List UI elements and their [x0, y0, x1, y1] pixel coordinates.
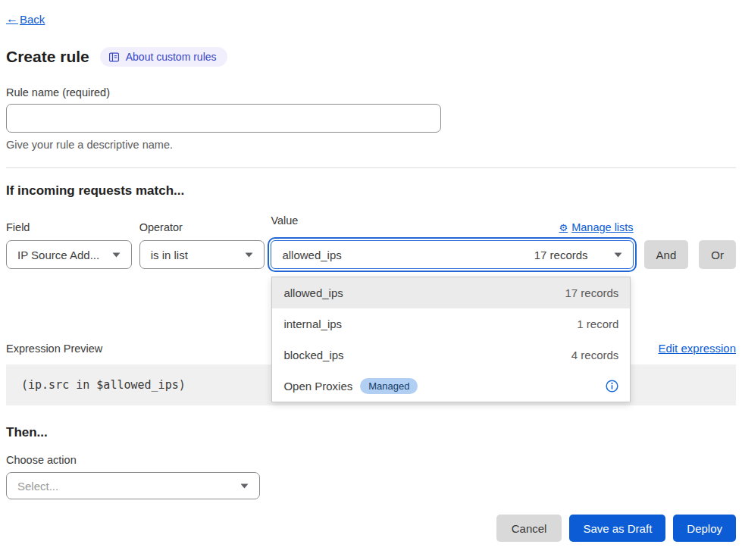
rule-name-input[interactable] — [6, 104, 441, 133]
manage-lists-link[interactable]: ⚙ Manage lists — [559, 221, 634, 233]
title-row: Create rule About custom rules — [6, 47, 736, 67]
back-label: Back — [20, 13, 45, 26]
field-label: Field — [6, 221, 132, 233]
rule-name-helper-text: Give your rule a descriptive name. — [6, 139, 736, 151]
operator-label: Operator — [139, 221, 265, 233]
list-option-count: 1 record — [577, 318, 618, 330]
list-option-name: Open Proxies — [283, 380, 352, 393]
or-button[interactable]: Or — [699, 240, 736, 269]
section-divider — [6, 167, 736, 168]
create-rule-page: ←Back Create rule About custom rules Rul… — [0, 0, 742, 560]
chevron-down-icon — [245, 252, 253, 258]
chevron-down-icon — [112, 252, 121, 258]
action-select[interactable]: Select... — [6, 472, 260, 499]
match-section-heading: If incoming requests match... — [6, 183, 736, 199]
operator-select[interactable]: is in list — [139, 240, 265, 269]
back-arrow-icon: ← — [6, 12, 18, 26]
list-dropdown-menu: allowed_ips 17 records internal_ips 1 re… — [271, 277, 631, 402]
field-select[interactable]: IP Source Add... — [6, 240, 132, 269]
operator-selected-value: is in list — [151, 249, 236, 261]
manage-lists-label: Manage lists — [571, 221, 633, 233]
edit-expression-link[interactable]: Edit expression — [658, 342, 736, 355]
save-as-draft-button[interactable]: Save as Draft — [569, 515, 665, 542]
value-select[interactable]: allowed_ips 17 records — [271, 240, 633, 269]
list-option-open-proxies[interactable]: Open Proxies Managed — [272, 371, 630, 402]
expression-code: (ip.src in $allowed_ips) — [21, 378, 186, 392]
list-option-count: 4 records — [571, 349, 619, 361]
list-option-blocked-ips[interactable]: blocked_ips 4 records — [272, 339, 630, 371]
info-icon[interactable] — [606, 380, 618, 393]
footer-actions: Cancel Save as Draft Deploy — [6, 515, 736, 542]
list-option-count: 17 records — [565, 286, 619, 299]
value-label: Value — [271, 214, 298, 227]
list-option-name: allowed_ips — [283, 286, 343, 299]
back-link[interactable]: ←Back — [6, 12, 45, 26]
then-section-heading: Then... — [6, 425, 736, 440]
rule-name-label: Rule name (required) — [6, 86, 736, 99]
choose-action-label: Choose action — [6, 454, 736, 466]
list-option-name: internal_ips — [283, 318, 342, 330]
expression-preview-label: Expression Preview — [6, 343, 102, 355]
about-custom-rules-link[interactable]: About custom rules — [100, 47, 227, 67]
value-selected-name: allowed_ips — [282, 249, 534, 261]
managed-badge: Managed — [360, 378, 418, 394]
about-custom-rules-label: About custom rules — [126, 51, 217, 63]
chevron-down-icon — [614, 252, 622, 258]
book-icon — [108, 52, 120, 63]
chevron-down-icon — [240, 483, 249, 489]
action-select-placeholder: Select... — [17, 480, 231, 493]
deploy-button[interactable]: Deploy — [673, 515, 736, 542]
page-title: Create rule — [6, 48, 89, 66]
gear-icon: ⚙ — [559, 222, 568, 233]
value-selected-count: 17 records — [534, 249, 588, 261]
field-selected-value: IP Source Add... — [17, 249, 103, 261]
list-option-name: blocked_ips — [283, 349, 343, 361]
cancel-button[interactable]: Cancel — [496, 515, 562, 542]
list-option-allowed-ips[interactable]: allowed_ips 17 records — [272, 277, 630, 308]
condition-row: Field IP Source Add... Operator is in li… — [6, 214, 736, 269]
and-button[interactable]: And — [644, 240, 689, 269]
list-option-internal-ips[interactable]: internal_ips 1 record — [272, 308, 630, 339]
